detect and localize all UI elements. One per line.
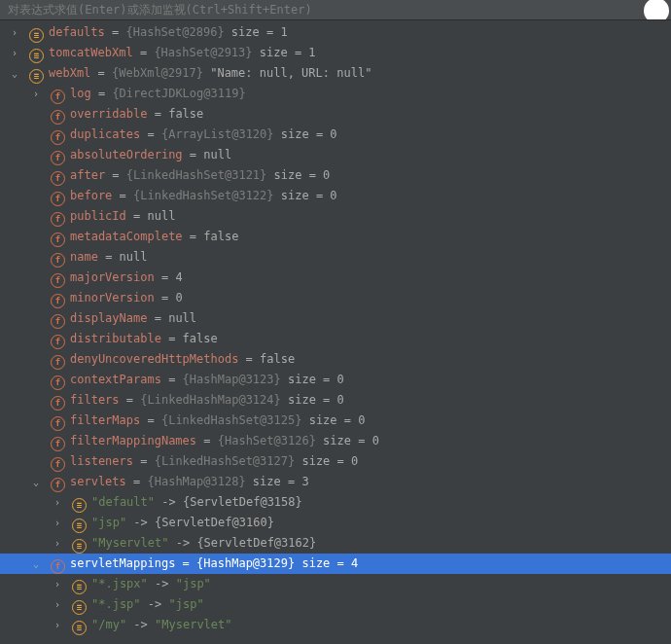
chevron-down-icon[interactable]: ⌄ (10, 63, 19, 84)
tree-row[interactable]: fdenyUncoveredHttpMethods = false (0, 349, 671, 370)
collection-icon: ≡ (29, 69, 44, 84)
literal-value: null (120, 250, 148, 264)
tree-row[interactable]: ›flog = {DirectJDKLog@3119} (0, 84, 671, 104)
field-icon: f (51, 396, 65, 411)
literal-value: null (203, 148, 231, 161)
field-icon: f (51, 437, 65, 451)
tree-row[interactable]: ⌄≡webXml = {WebXml@2917} "Name: null, UR… (0, 63, 671, 84)
variables-tree[interactable]: ›≡defaults = {HashSet@2896} size = 1›≡to… (0, 20, 671, 635)
tree-row[interactable]: ffilters = {LinkedHashMap@3124} size = 0 (0, 390, 671, 411)
collection-icon: ≡ (29, 49, 44, 63)
tree-row[interactable]: fafter = {LinkedHashSet@3121} size = 0 (0, 165, 671, 186)
field-icon: f (51, 89, 65, 104)
chevron-right-icon[interactable]: › (10, 43, 19, 63)
field-icon: f (51, 233, 65, 247)
field-name: name (70, 250, 98, 264)
size-label: size = 0 (301, 413, 365, 427)
watch-input-hint[interactable]: 对表达式求值(Enter)或添加监视(Ctrl+Shift+Enter) (0, 0, 671, 20)
size-label: size = 0 (295, 454, 358, 468)
chevron-right-icon[interactable]: › (53, 615, 62, 635)
literal-value: 4 (175, 270, 182, 284)
size-label: size = 3 (246, 475, 309, 488)
field-name: denyUncoveredHttpMethods (70, 352, 238, 366)
field-name: after (70, 168, 105, 182)
literal-value: null (147, 209, 175, 223)
field-icon: f (51, 416, 65, 431)
tree-row[interactable]: ›≡"/my" -> "Myservlet" (0, 615, 671, 635)
field-name: servlets (70, 475, 126, 488)
size-label: size = 0 (281, 393, 344, 407)
field-name: tomcatWebXml (49, 46, 133, 59)
field-icon: f (51, 478, 65, 492)
collection-icon: ≡ (72, 498, 87, 513)
chevron-right-icon[interactable]: › (53, 513, 62, 533)
field-icon: f (51, 559, 65, 574)
literal-value: false (168, 107, 203, 121)
chevron-right-icon[interactable]: › (10, 22, 19, 43)
tree-row[interactable]: ›≡tomcatWebXml = {HashSet@2913} size = 1 (0, 43, 671, 63)
literal-value: false (183, 332, 218, 345)
field-name: before (70, 189, 112, 202)
tree-row[interactable]: ffilterMaps = {LinkedHashSet@3125} size … (0, 411, 671, 431)
tree-row[interactable]: ›≡"Myservlet" -> {ServletDef@3162} (0, 533, 671, 554)
field-name: filterMappingNames (70, 434, 196, 447)
field-name: majorVersion (70, 270, 155, 284)
chevron-down-icon[interactable]: ⌄ (31, 554, 41, 574)
tree-row[interactable]: flisteners = {LinkedHashSet@3127} size =… (0, 451, 671, 472)
tree-row[interactable]: fabsoluteOrdering = null (0, 145, 671, 165)
tree-row[interactable]: fmajorVersion = 4 (0, 268, 671, 288)
field-icon: f (51, 192, 65, 206)
field-icon: f (51, 253, 65, 268)
chevron-right-icon[interactable]: › (53, 492, 62, 513)
field-icon: f (51, 294, 65, 308)
object-ref: {HashMap@3129} (196, 556, 295, 570)
collection-icon: ≡ (72, 621, 87, 635)
tree-row[interactable]: fdistributable = false (0, 329, 671, 349)
object-ref: {LinkedHashSet@3122} (133, 189, 274, 202)
field-icon: f (51, 457, 65, 472)
size-label: size = 1 (253, 46, 316, 59)
size-label: size = 4 (295, 556, 358, 570)
map-entry: "/my" -> "Myservlet" (91, 618, 232, 631)
field-icon: f (51, 314, 65, 329)
size-label: size = 0 (316, 434, 379, 447)
tree-row[interactable]: ffilterMappingNames = {HashSet@3126} siz… (0, 431, 671, 451)
field-name: displayName (70, 311, 147, 325)
chevron-right-icon[interactable]: › (31, 84, 41, 104)
tree-row[interactable]: ⌄fservlets = {HashMap@3128} size = 3 (0, 472, 671, 492)
map-entry: "Myservlet" -> {ServletDef@3162} (91, 536, 316, 550)
object-ref: {LinkedHashSet@3125} (161, 413, 302, 427)
tree-row[interactable]: ›≡"*.jsp" -> "jsp" (0, 594, 671, 615)
field-name: webXml (49, 66, 90, 80)
tree-row[interactable]: ›≡"jsp" -> {ServletDef@3160} (0, 513, 671, 533)
tree-row[interactable]: foverridable = false (0, 104, 671, 125)
tree-row[interactable]: fduplicates = {ArrayList@3120} size = 0 (0, 125, 671, 145)
tree-row[interactable]: ›≡defaults = {HashSet@2896} size = 1 (0, 22, 671, 43)
tree-row[interactable]: fname = null (0, 247, 671, 268)
object-ref: {HashMap@3128} (147, 475, 245, 488)
tree-row[interactable]: fminorVersion = 0 (0, 288, 671, 308)
map-entry: "default" -> {ServletDef@3158} (91, 495, 302, 509)
object-ref: {LinkedHashMap@3124} (140, 393, 281, 407)
collection-icon: ≡ (72, 580, 87, 594)
size-label: size = 1 (225, 25, 288, 39)
tree-row[interactable]: ›≡"*.jspx" -> "jsp" (0, 574, 671, 594)
field-name: listeners (70, 454, 133, 468)
chevron-right-icon[interactable]: › (53, 533, 62, 554)
field-name: distributable (70, 332, 161, 345)
tree-row[interactable]: ⌄fservletMappings = {HashMap@3129} size … (0, 554, 671, 574)
app-badge-icon (644, 0, 669, 20)
tree-row[interactable]: fbefore = {LinkedHashSet@3122} size = 0 (0, 186, 671, 206)
chevron-down-icon[interactable]: ⌄ (31, 472, 41, 492)
chevron-right-icon[interactable]: › (53, 574, 62, 594)
chevron-right-icon[interactable]: › (53, 594, 62, 615)
tree-row[interactable]: ›≡"default" -> {ServletDef@3158} (0, 492, 671, 513)
tree-row[interactable]: fmetadataComplete = false (0, 227, 671, 247)
tree-row[interactable]: fpublicId = null (0, 206, 671, 227)
field-icon: f (51, 171, 65, 186)
tree-row[interactable]: fcontextParams = {HashMap@3123} size = 0 (0, 370, 671, 390)
field-name: log (70, 87, 91, 100)
field-icon: f (51, 335, 65, 349)
tree-row[interactable]: fdisplayName = null (0, 308, 671, 329)
literal-value: null (168, 311, 196, 325)
